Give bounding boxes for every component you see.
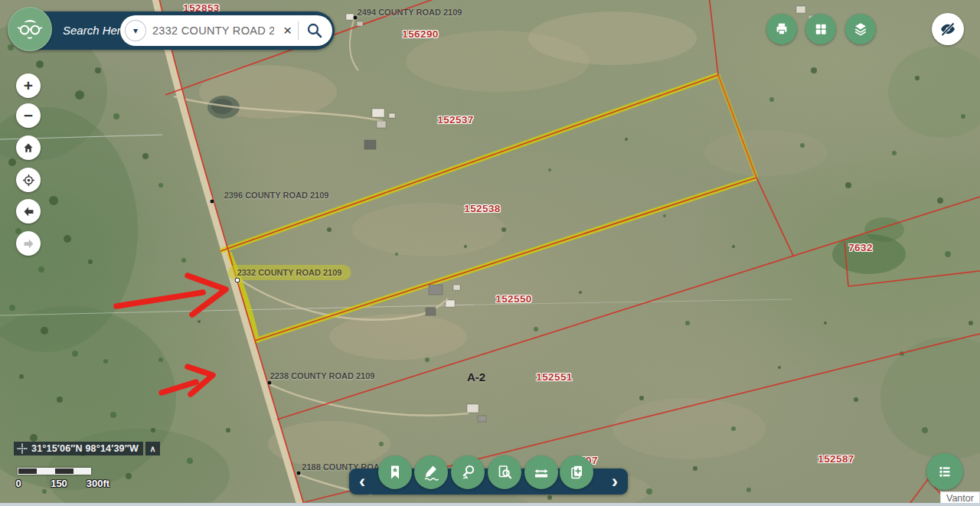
scale-end-label: 300ft — [87, 478, 109, 489]
search-icon — [305, 21, 324, 40]
pencil-icon — [422, 463, 440, 482]
close-icon: × — [283, 22, 292, 38]
document-search-icon — [495, 463, 514, 482]
scale-middle-label: 150 — [51, 478, 67, 489]
search-field-group: ▾ × — [120, 15, 332, 46]
measure-button[interactable] — [524, 455, 558, 489]
chevron-up-icon: ∧ — [149, 444, 155, 453]
document-search-button[interactable] — [488, 455, 521, 489]
add-content-button[interactable] — [560, 455, 593, 489]
legend-button[interactable] — [926, 453, 963, 490]
home-button[interactable] — [16, 135, 41, 160]
clear-search-button[interactable]: × — [280, 22, 295, 39]
mascot-glasses-icon — [16, 15, 44, 43]
eye-off-icon — [939, 20, 957, 38]
toolbar-next-button[interactable]: › — [605, 468, 625, 495]
annotation-arrow — [116, 292, 203, 306]
forward-button[interactable] — [16, 231, 41, 256]
bookmarks-button[interactable] — [378, 455, 412, 489]
search-button[interactable] — [302, 21, 328, 40]
chevron-right-icon: › — [612, 471, 618, 491]
print-button[interactable] — [766, 14, 797, 44]
search-type-dropdown[interactable]: ▾ — [125, 20, 146, 41]
arrow-left-icon — [21, 204, 36, 219]
move-crosshair-icon — [17, 443, 28, 454]
search-input[interactable] — [146, 24, 280, 37]
toolbar-prev-button[interactable]: ‹ — [352, 468, 372, 495]
layers-button[interactable] — [845, 14, 876, 44]
coordinates-readout: 31°15′06″N 98°14′39″W — [14, 442, 143, 455]
spatial-search-button[interactable] — [451, 455, 485, 489]
search-bar: Search Here: ▾ × — [9, 11, 335, 50]
spatial-search-icon — [459, 463, 477, 482]
locate-icon — [21, 173, 36, 188]
zoom-in-button[interactable]: + — [16, 73, 41, 98]
plus-icon: + — [24, 77, 33, 95]
measure-icon — [532, 463, 550, 482]
legend-list-icon — [936, 462, 954, 481]
apps-button[interactable] — [805, 14, 836, 44]
bookmark-star-icon — [386, 463, 404, 482]
home-icon — [21, 141, 35, 155]
chevron-left-icon: ‹ — [359, 471, 365, 491]
add-page-icon — [567, 463, 586, 482]
scale-bar — [18, 468, 91, 475]
divider — [298, 21, 299, 40]
layers-icon — [852, 21, 869, 38]
terrain-patches — [0, 11, 980, 506]
coordinates-expand-button[interactable]: ∧ — [145, 442, 160, 455]
map-overlay — [0, 0, 980, 506]
arrow-right-icon — [21, 237, 36, 251]
app-logo[interactable] — [8, 7, 52, 51]
scale-start-label: 0 — [15, 478, 21, 489]
back-button[interactable] — [16, 199, 41, 224]
map-viewer: 1528531562901525371525381525501525517632… — [0, 0, 980, 506]
grid-icon — [813, 21, 828, 37]
zoom-out-button[interactable]: − — [16, 103, 41, 128]
chevron-down-icon: ▾ — [133, 25, 138, 36]
bottom-edge — [0, 503, 980, 506]
hide-ui-button[interactable] — [932, 13, 964, 45]
minus-icon: − — [24, 106, 33, 125]
draw-button[interactable] — [414, 455, 448, 489]
locate-button[interactable] — [16, 168, 41, 192]
printer-icon — [773, 21, 790, 38]
coordinates-text: 31°15′06″N 98°14′39″W — [31, 443, 139, 454]
